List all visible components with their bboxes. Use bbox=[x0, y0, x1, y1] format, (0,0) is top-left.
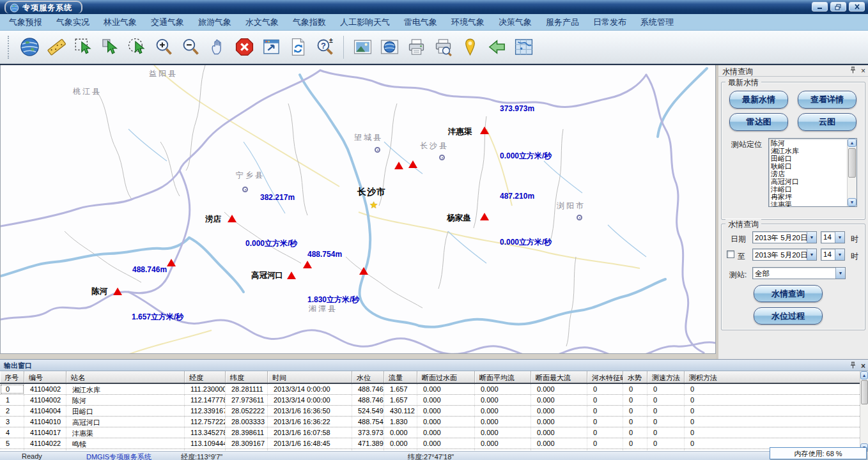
date-from-combo[interactable]: 2013年 5月20日 ▼ bbox=[752, 231, 817, 243]
scroll-thumb[interactable] bbox=[861, 380, 868, 404]
water-level-button[interactable]: 水位过程 bbox=[754, 307, 823, 325]
pan-icon[interactable] bbox=[206, 35, 228, 59]
menu-item-交通气象[interactable]: 交通气象 bbox=[144, 14, 191, 30]
station-marker-icon[interactable] bbox=[394, 162, 403, 169]
station-marker-icon[interactable] bbox=[287, 272, 296, 279]
menu-item-系统管理[interactable]: 系统管理 bbox=[633, 14, 681, 30]
station-marker-icon[interactable] bbox=[359, 267, 368, 275]
overview-map-icon[interactable] bbox=[513, 35, 534, 59]
full-extent-icon[interactable] bbox=[260, 35, 282, 59]
water-query-button[interactable]: 水情查询 bbox=[754, 285, 823, 302]
column-header[interactable]: 水势 bbox=[623, 371, 647, 383]
station-list-item[interactable]: 沣峪口 bbox=[771, 185, 846, 193]
view-details-button[interactable]: 查看详情 bbox=[798, 91, 856, 109]
select-circle-icon[interactable] bbox=[126, 35, 148, 59]
table-row[interactable]: 441104017沣惠渠113.34527828.3986112013/1/6 … bbox=[0, 427, 860, 438]
table-row[interactable]: 141104002陈河112.14777827.9736112013/3/14 … bbox=[0, 395, 860, 406]
close-icon[interactable] bbox=[849, 2, 865, 12]
station-combo[interactable]: 全部 ▼ bbox=[752, 267, 846, 279]
column-header[interactable]: 序号 bbox=[0, 371, 24, 383]
column-header[interactable]: 时间 bbox=[268, 371, 352, 383]
column-header[interactable]: 断面最大流 bbox=[531, 371, 587, 383]
table-scrollbar[interactable]: ▲ ▼ bbox=[860, 371, 868, 452]
column-header[interactable]: 测速方法 bbox=[647, 371, 685, 383]
column-header[interactable]: 水位 bbox=[352, 371, 384, 383]
zoom-out-icon[interactable] bbox=[180, 35, 201, 59]
station-marker-icon[interactable] bbox=[480, 126, 489, 134]
column-header[interactable]: 编号 bbox=[24, 371, 66, 383]
close-icon[interactable]: × bbox=[861, 362, 865, 370]
menu-item-气象预报[interactable]: 气象预报 bbox=[2, 14, 49, 30]
measure-icon[interactable] bbox=[45, 35, 67, 59]
table-row[interactable]: 341104010高冠河口112.75722228.0033332013/1/6… bbox=[0, 417, 860, 427]
scroll-down-icon[interactable]: ▼ bbox=[848, 198, 856, 206]
menu-item-日常发布[interactable]: 日常发布 bbox=[586, 14, 633, 30]
refresh-icon[interactable] bbox=[287, 35, 309, 59]
station-marker-icon[interactable] bbox=[113, 288, 122, 295]
station-marker-icon[interactable] bbox=[480, 213, 489, 220]
column-header[interactable]: 断面平均流 bbox=[475, 371, 531, 383]
column-header[interactable]: 测积方法 bbox=[685, 371, 860, 383]
menu-item-决策气象[interactable]: 决策气象 bbox=[492, 14, 539, 30]
scroll-up-icon[interactable]: ▲ bbox=[860, 371, 868, 379]
chevron-down-icon[interactable]: ▼ bbox=[835, 268, 845, 279]
menu-item-服务产品[interactable]: 服务产品 bbox=[539, 14, 586, 30]
print-preview-icon[interactable] bbox=[432, 35, 454, 59]
scroll-up-icon[interactable]: ▲ bbox=[848, 139, 856, 147]
cloud-chart-button[interactable]: 云图 bbox=[798, 113, 856, 131]
chevron-down-icon[interactable]: ▼ bbox=[807, 232, 816, 243]
chevron-down-icon[interactable]: ▼ bbox=[835, 232, 844, 243]
station-list-item[interactable]: 耿峪口 bbox=[771, 162, 846, 170]
scroll-thumb[interactable] bbox=[848, 148, 856, 178]
export-map-icon[interactable] bbox=[378, 35, 400, 59]
close-icon[interactable]: × bbox=[861, 67, 865, 75]
station-listbox[interactable]: 陈河湘江水库田峪口耿峪口涝店高冠河口沣峪口冉家坪沣惠渠 bbox=[768, 138, 857, 207]
station-marker-icon[interactable] bbox=[303, 261, 312, 268]
station-list-item[interactable]: 田峪口 bbox=[771, 155, 846, 162]
station-marker-icon[interactable] bbox=[228, 215, 236, 222]
table-row[interactable]: 041104002湘江水库111.23000028.2811112013/3/1… bbox=[0, 384, 860, 395]
station-list-item[interactable]: 涝店 bbox=[771, 170, 846, 178]
latest-water-button[interactable]: 最新水情 bbox=[729, 91, 788, 109]
station-list-item[interactable]: 高冠河口 bbox=[771, 178, 846, 185]
globe-icon[interactable] bbox=[19, 35, 40, 59]
to-checkbox[interactable] bbox=[727, 250, 734, 258]
list-scrollbar[interactable]: ▲ ▼ bbox=[847, 139, 856, 206]
column-header[interactable]: 断面过水面 bbox=[417, 371, 475, 383]
date-to-combo[interactable]: 2013年 5月20日 ▼ bbox=[752, 249, 817, 261]
restore-icon[interactable] bbox=[830, 2, 846, 12]
column-header[interactable]: 经度 bbox=[185, 371, 226, 383]
menu-item-雷电气象[interactable]: 雷电气象 bbox=[397, 14, 444, 30]
menu-item-人工影响天气[interactable]: 人工影响天气 bbox=[333, 14, 397, 30]
table-row[interactable]: 241104004田峪口112.33916728.0522222013/1/6 … bbox=[0, 406, 860, 417]
table-row[interactable]: 541104022鸣犊113.10944428.3091672013/1/6 1… bbox=[0, 438, 860, 449]
chevron-down-icon[interactable]: ▼ bbox=[835, 249, 844, 260]
map-canvas[interactable]: 益阳县桃江县宁乡县望城县长沙县浏阳市湘潭县长沙市沣惠渠杨家蛊涝店高冠河口陈河37… bbox=[0, 65, 716, 354]
identify-icon[interactable]: ? ± bbox=[314, 35, 336, 59]
hour-from-combo[interactable]: 14 ▼ bbox=[821, 231, 845, 243]
station-list-item[interactable]: 湘江水库 bbox=[771, 147, 846, 155]
chevron-down-icon[interactable]: ▼ bbox=[807, 249, 816, 260]
station-list-item[interactable]: 沣惠渠 bbox=[771, 201, 846, 207]
radar-chart-button[interactable]: 雷达图 bbox=[729, 113, 788, 131]
menu-item-旅游气象[interactable]: 旅游气象 bbox=[191, 14, 238, 30]
menu-item-林业气象[interactable]: 林业气象 bbox=[97, 14, 144, 30]
station-marker-icon[interactable] bbox=[408, 160, 417, 168]
pin-icon[interactable] bbox=[850, 362, 856, 370]
menu-item-气象实况[interactable]: 气象实况 bbox=[49, 14, 97, 30]
select-region-icon[interactable] bbox=[72, 35, 94, 59]
minimize-icon[interactable] bbox=[812, 2, 828, 12]
menu-item-水文气象[interactable]: 水文气象 bbox=[238, 14, 286, 30]
export-image-icon[interactable] bbox=[352, 35, 373, 59]
placemark-icon[interactable] bbox=[459, 35, 481, 59]
menu-item-环境气象[interactable]: 环境气象 bbox=[444, 14, 492, 30]
column-header[interactable]: 河水特征码 bbox=[587, 371, 623, 383]
select-feature-icon[interactable] bbox=[99, 35, 121, 59]
column-header[interactable]: 纬度 bbox=[226, 371, 268, 383]
menu-item-气象指数[interactable]: 气象指数 bbox=[286, 14, 333, 30]
station-list-item[interactable]: 陈河 bbox=[771, 139, 846, 147]
hour-to-combo[interactable]: 14 ▼ bbox=[821, 249, 845, 261]
print-icon[interactable] bbox=[405, 35, 427, 59]
pin-icon[interactable] bbox=[850, 66, 856, 75]
stop-icon[interactable] bbox=[233, 35, 255, 59]
